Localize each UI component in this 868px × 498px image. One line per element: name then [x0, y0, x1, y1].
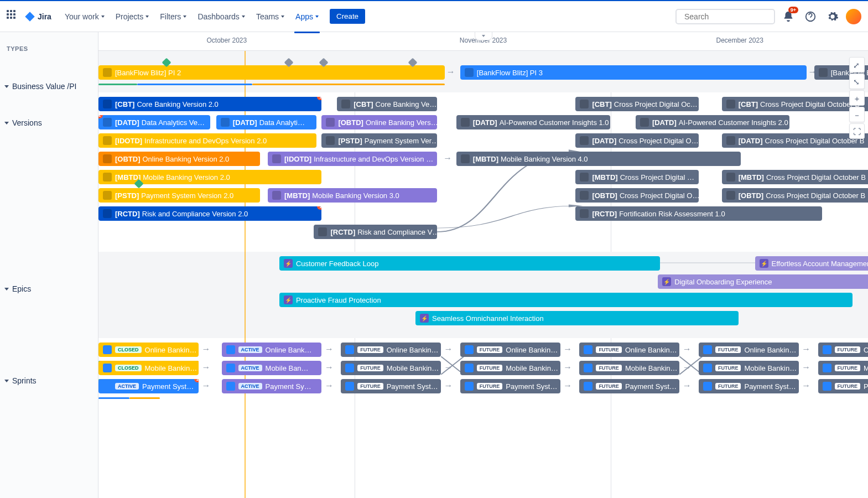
version-icon [103, 68, 112, 77]
timeline-bar[interactable]: FUTUREPayment Syst… [341, 379, 441, 393]
timeline-bar[interactable]: ⚡Proactive Fraud Protection [279, 293, 853, 307]
timeline-bar[interactable]: [BankFlow Blitz] PI 2 [98, 65, 445, 80]
chevron-down-icon [242, 15, 245, 18]
timeline-bar[interactable]: FUTUREOnline Bankin… [699, 343, 799, 357]
timeline-bar[interactable]: FUTUREMobile Bankin… [818, 361, 868, 375]
collapse-button[interactable]: ⤡ [849, 74, 865, 89]
sidebar-group-business-value-pi[interactable]: Business Value /PI [0, 79, 81, 94]
timeline-bar[interactable]: [MBTD]Cross Project Digital October B [722, 170, 868, 184]
timeline-bar[interactable]: FUTUREMobile Bankin… [341, 361, 441, 375]
version-icon [461, 154, 470, 163]
timeline-bar[interactable]: ACTIVEPayment Sy… [222, 379, 322, 393]
timeline-bar[interactable]: [DATD]Cross Project Digital O… [575, 133, 699, 148]
timeline-bar[interactable]: [MBTD]Cross Project Digital … [575, 170, 699, 184]
search-box[interactable] [675, 9, 775, 24]
timeline-bar[interactable]: FUTUREPayment Syst… [699, 379, 799, 393]
bar-label: Cross Project Digital … [620, 173, 694, 181]
zoom-in-button[interactable]: ＋ [849, 90, 865, 106]
timeline-bar[interactable]: [CBT]Cross Project Digital Oc… [575, 97, 699, 111]
help-button[interactable] [802, 8, 819, 25]
timeline-bar[interactable]: [DATD]Data Analyti… [216, 115, 316, 129]
timeline-bar[interactable]: FUTUREPayment Syst… [818, 379, 868, 393]
nav-item-filters[interactable]: Filters [155, 8, 191, 25]
bar-label: Cross Project Digital October B [760, 100, 860, 108]
timeline-bar[interactable]: [DATD]Cross Project Digital October B [722, 133, 868, 148]
expand-button[interactable]: ⤢ [849, 57, 865, 72]
bar-label: Online Bankin… [625, 346, 677, 354]
timeline-bar[interactable]: ⚡Digital Onboarding Experience [658, 274, 868, 289]
timeline-bar[interactable]: CLOSEDOnline Bankin… [98, 343, 199, 357]
bar-label: Fortification Risk Assessment 1.0 [619, 210, 725, 218]
fullscreen-button[interactable]: ⛶ [849, 123, 865, 139]
sidebar-group-versions[interactable]: Versions [0, 115, 46, 131]
jira-logo-text: Jira [38, 12, 51, 21]
timeline-bar[interactable]: ACTIVEPayment Syst…1 [98, 379, 199, 393]
timeline-bar[interactable]: [RCTD]Risk and Compliance Version 2.01 [98, 206, 321, 221]
dependency-arrow: → [683, 381, 692, 391]
lane-row: ⚡Seamless Omnichannel Interaction [98, 311, 868, 329]
timeline-bar[interactable]: [IDOTD]Infrastructure and DevOps Version… [98, 133, 316, 148]
timeline-bar[interactable]: FUTUREOnline Bankin… [460, 343, 560, 357]
timeline-bar[interactable]: [CBT]Cross Project Digital October B [722, 97, 868, 111]
timeline-bar[interactable]: [MBTD]Mobile Banking Version 4.0 [456, 152, 741, 166]
dependency-arrow: → [683, 362, 692, 372]
timeline-bar[interactable]: FUTUREOnline Bankin… [818, 343, 868, 357]
notifications-button[interactable]: 9+ [779, 8, 797, 25]
nav-item-your-work[interactable]: Your work [60, 8, 109, 25]
timeline-bar[interactable]: [OBTD]Online Banking Vers… [321, 115, 437, 129]
timeline-bar[interactable]: FUTUREMobile Bankin… [699, 361, 799, 375]
zoom-out-button[interactable]: － [849, 107, 865, 122]
timeline-bar[interactable]: [DATD]AI-Powered Customer Insights 1.0 [456, 115, 610, 129]
nav-item-teams[interactable]: Teams [252, 8, 289, 25]
timeline-bar[interactable]: FUTUREPayment Syst… [579, 379, 679, 393]
types-sidebar: TYPES Business Value /PIVersionsEpicsSpr… [0, 32, 98, 498]
timeline-bar[interactable]: ⚡Seamless Omnichannel Interaction [415, 311, 739, 325]
timeline-bar[interactable]: FUTUREPayment Syst… [460, 379, 560, 393]
timeline-bar[interactable]: [IDOTD]Infrastructure and DevOps Version… [268, 152, 437, 166]
timeline-bar[interactable]: ACTIVEMobile Ban… [222, 361, 322, 375]
timeline-bar[interactable]: [OBTD]Cross Project Digital October B [722, 188, 868, 203]
app-switcher-icon[interactable] [7, 10, 20, 23]
timeline-bar[interactable]: [CBT]Core Banking Ve… [337, 97, 437, 111]
timeline-bar[interactable]: FUTUREMobile Bankin… [579, 361, 679, 375]
nav-item-dashboards[interactable]: Dashboards [193, 8, 250, 25]
timeline-bar[interactable]: CLOSEDMobile Bankin… [98, 361, 199, 375]
profile-avatar[interactable] [846, 9, 861, 24]
timeline-bar[interactable]: [DATD]AI-Powered Customer Insights 2.0 [636, 115, 789, 129]
jira-logo[interactable]: Jira [24, 11, 51, 22]
collapse-tab[interactable] [475, 32, 492, 40]
bar-label: Digital Onboarding Experience [674, 278, 772, 286]
timeline-bar[interactable]: [BankFlow Blitz] PI 3 [460, 65, 807, 80]
version-icon [103, 136, 112, 145]
timeline-bar[interactable]: ACTIVEOnline Bank… [222, 343, 322, 357]
create-button[interactable]: Create [330, 9, 365, 24]
sprint-status-badge: FUTURE [835, 346, 861, 353]
sidebar-group-sprints[interactable]: Sprints [0, 373, 41, 388]
timeline-bar[interactable]: [MBTD]Mobile Banking Version 3.0 [268, 188, 437, 203]
timeline-bar[interactable]: [MBTD]Mobile Banking Version 2.0 [98, 170, 321, 184]
bar-label: [BankFlow Blitz] PI 3 [477, 69, 543, 77]
timeline-bar[interactable]: [CBT]Core Banking Version 2.01 [98, 97, 321, 111]
timeline-bar[interactable]: [PSTD]Payment System Ver… [321, 133, 437, 148]
timeline-bar[interactable]: [RCTD]Risk and Compliance V… [314, 225, 437, 239]
timeline-bar[interactable]: [PSTD]Payment System Version 2.0 [98, 188, 260, 203]
timeline-bar[interactable]: [OBTD]Cross Project Digital O… [575, 188, 699, 203]
settings-button[interactable] [824, 8, 841, 25]
nav-item-projects[interactable]: Projects [111, 8, 154, 25]
nav-item-apps[interactable]: Apps [291, 8, 323, 25]
timeline-bar[interactable]: ⚡Customer Feedback Loop [279, 256, 661, 271]
timeline-bar[interactable]: [OBTD]Online Banking Version 2.0 [98, 152, 260, 166]
project-prefix: [MBTD] [284, 191, 310, 200]
chevron-down-icon [281, 15, 284, 18]
timeline-bar[interactable]: ⚡Effortless Account Management [755, 256, 868, 271]
timeline-bar[interactable]: FUTUREMobile Bankin… [460, 361, 560, 375]
sidebar-group-epics[interactable]: Epics [0, 281, 35, 297]
timeline-bar[interactable]: FUTUREOnline Bankin… [579, 343, 679, 357]
timeline-bar[interactable]: [RCTD]Fortification Risk Assessment 1.0 [575, 206, 822, 221]
search-input[interactable] [684, 12, 781, 21]
timeline-bar[interactable]: [DATD]Data Analytics Ve…1 [98, 115, 210, 129]
version-icon [819, 68, 828, 77]
dependency-arrow: → [444, 362, 453, 372]
timeline-bar[interactable]: FUTUREOnline Bankin… [341, 343, 441, 357]
timeline-body[interactable]: [BankFlow Blitz] PI 2[BankFlow Blitz] PI… [98, 51, 868, 498]
